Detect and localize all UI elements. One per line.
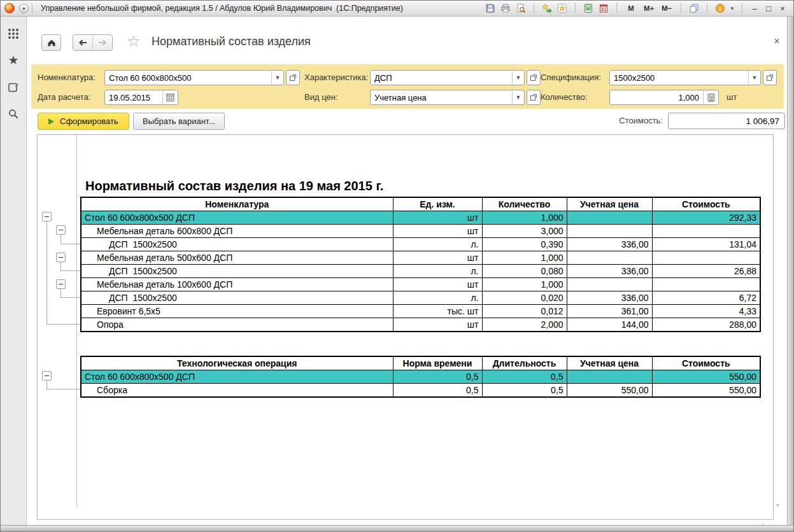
duration-cell[interactable]: 0,5 [482, 384, 567, 398]
menu-grid-icon[interactable] [6, 27, 20, 41]
calendar-picker-button[interactable] [162, 90, 178, 104]
quantity-cell[interactable]: 0,020 [482, 291, 567, 305]
home-button[interactable] [41, 34, 61, 51]
favorites-icon[interactable] [557, 3, 568, 14]
quantity-cell[interactable]: 2,000 [482, 318, 567, 332]
table-row[interactable]: Мебельная деталь 100x600 ДСПшт1,000 [81, 278, 760, 291]
quantity-cell[interactable]: 1,000 [482, 211, 567, 225]
memory-plus-button[interactable]: М+ [642, 3, 656, 14]
dropdown-arrow-icon[interactable]: ▼ [271, 71, 283, 85]
generate-button[interactable]: Сформировать [38, 113, 129, 130]
unit-cell[interactable]: шт [393, 211, 482, 225]
quantity-cell[interactable]: 0,390 [482, 238, 567, 251]
main-menu-button[interactable]: ▼ [19, 4, 29, 13]
nomenclature-cell[interactable]: Мебельная деталь 500x600 ДСП [81, 251, 393, 265]
collapse-toggle[interactable] [56, 279, 66, 289]
nomenclature-cell[interactable]: ДСП 1500x2500 [81, 291, 393, 305]
calc-date-input[interactable] [105, 90, 162, 104]
cost-cell[interactable]: 288,00 [652, 318, 760, 332]
price-cell[interactable] [567, 370, 652, 384]
search-icon[interactable] [6, 107, 20, 121]
collapse-toggle[interactable] [42, 371, 52, 381]
cost-cell[interactable] [652, 278, 760, 291]
quantity-cell[interactable]: 0,012 [482, 305, 567, 318]
time-norm-cell[interactable]: 0,5 [393, 370, 482, 384]
table-row[interactable]: Мебельная деталь 500x600 ДСПшт1,000 [81, 251, 760, 265]
price-cell[interactable]: 336,00 [567, 265, 652, 278]
windows-icon[interactable] [688, 3, 700, 14]
table-row[interactable]: ДСП 1500x2500л.0,390336,00131,04 [81, 238, 760, 251]
price-kind-input[interactable] [371, 90, 512, 104]
cost-cell[interactable]: 26,88 [652, 265, 760, 278]
unit-cell[interactable]: шт [393, 225, 482, 238]
calculator-button[interactable] [703, 90, 718, 104]
nomenclature-open-button[interactable] [286, 70, 300, 85]
dropdown-arrow-icon[interactable]: ▼ [512, 71, 524, 85]
forward-button[interactable] [92, 35, 112, 50]
print-preview-icon[interactable] [515, 3, 527, 14]
choose-variant-button[interactable]: Выбрать вариант... [133, 113, 225, 130]
form-close-button[interactable]: × [771, 36, 783, 47]
cost-cell[interactable]: 550,00 [652, 384, 760, 398]
table-row[interactable]: Евровинт 6,5x5тыс. шт0,012361,004,33 [81, 305, 760, 318]
maximize-button[interactable]: □ [763, 4, 774, 13]
cost-cell[interactable]: 131,04 [652, 238, 760, 251]
unit-cell[interactable]: л. [393, 291, 482, 305]
table-row[interactable]: ДСП 1500x2500л.0,020336,006,72 [81, 291, 760, 305]
unit-cell[interactable]: л. [393, 265, 482, 278]
cost-cell[interactable] [652, 225, 760, 238]
dropdown-arrow-icon[interactable]: ▼ [748, 71, 760, 85]
unit-cell[interactable]: шт [393, 318, 482, 332]
table-row[interactable]: Опорашт2,000144,00288,00 [81, 318, 760, 332]
save-icon[interactable] [485, 3, 496, 14]
nomenclature-cell[interactable]: Мебельная деталь 600x800 ДСП [81, 225, 393, 238]
table-row[interactable]: Стол 60 600x800x500 ДСПшт1,000292,33 [81, 211, 760, 225]
price-cell[interactable]: 336,00 [567, 238, 652, 251]
collapse-toggle[interactable] [42, 212, 52, 221]
app-logo-icon[interactable] [4, 3, 15, 13]
minimize-button[interactable]: – [749, 4, 760, 13]
info-dropdown-icon[interactable]: ▼ [730, 6, 735, 11]
price-cell[interactable]: 361,00 [567, 305, 652, 318]
cost-cell[interactable]: 6,72 [652, 291, 760, 305]
price-cell[interactable] [567, 251, 652, 265]
unit-cell[interactable]: л. [393, 238, 482, 251]
quantity-cell[interactable]: 0,080 [482, 265, 567, 278]
table-row[interactable]: Сборка0,50,5550,00550,00 [81, 384, 760, 398]
memory-button[interactable]: М [624, 3, 638, 14]
unit-cell[interactable]: тыс. шт [393, 305, 482, 318]
calendar-icon[interactable]: 31 [598, 3, 609, 14]
quantity-cell[interactable]: 1,000 [482, 251, 567, 265]
scroll-down-icon[interactable]: ▾ [776, 502, 779, 508]
cost-cell[interactable]: 550,00 [652, 370, 760, 384]
calculator-icon[interactable] [583, 3, 594, 14]
print-icon[interactable] [500, 3, 511, 14]
price-cell[interactable] [567, 278, 652, 291]
table-row[interactable]: Стол 60 600x800x500 ДСП0,50,5550,00 [81, 370, 760, 384]
duration-cell[interactable]: 0,5 [482, 370, 567, 384]
back-button[interactable] [73, 35, 92, 50]
nomenclature-input[interactable] [105, 71, 271, 85]
nomenclature-cell[interactable]: ДСП 1500x2500 [81, 238, 393, 251]
dropdown-arrow-icon[interactable]: ▼ [512, 90, 524, 104]
characteristic-open-button[interactable] [527, 70, 541, 85]
nomenclature-cell[interactable]: Мебельная деталь 100x600 ДСП [81, 278, 393, 291]
nomenclature-cell[interactable]: Стол 60 600x800x500 ДСП [81, 211, 393, 225]
unit-cell[interactable]: шт [393, 251, 482, 265]
operation-cell[interactable]: Стол 60 600x800x500 ДСП [81, 370, 393, 384]
favorite-toggle-icon[interactable]: ☆ [127, 32, 141, 50]
price-kind-open-button[interactable] [527, 90, 541, 105]
cost-cell[interactable]: 292,33 [652, 211, 760, 225]
price-cell[interactable] [567, 225, 652, 238]
unit-cell[interactable]: шт [393, 278, 482, 291]
collapse-toggle[interactable] [56, 253, 66, 262]
quantity-cell[interactable]: 1,000 [482, 278, 567, 291]
favorites-icon[interactable]: ★ [6, 53, 20, 67]
specification-input[interactable] [610, 71, 748, 85]
time-norm-cell[interactable]: 0,5 [393, 384, 482, 398]
specification-open-button[interactable] [763, 70, 777, 85]
quantity-cell[interactable]: 3,000 [482, 225, 567, 238]
cost-cell[interactable] [652, 251, 760, 265]
collapse-toggle[interactable] [56, 225, 66, 235]
price-cell[interactable]: 144,00 [567, 318, 652, 332]
